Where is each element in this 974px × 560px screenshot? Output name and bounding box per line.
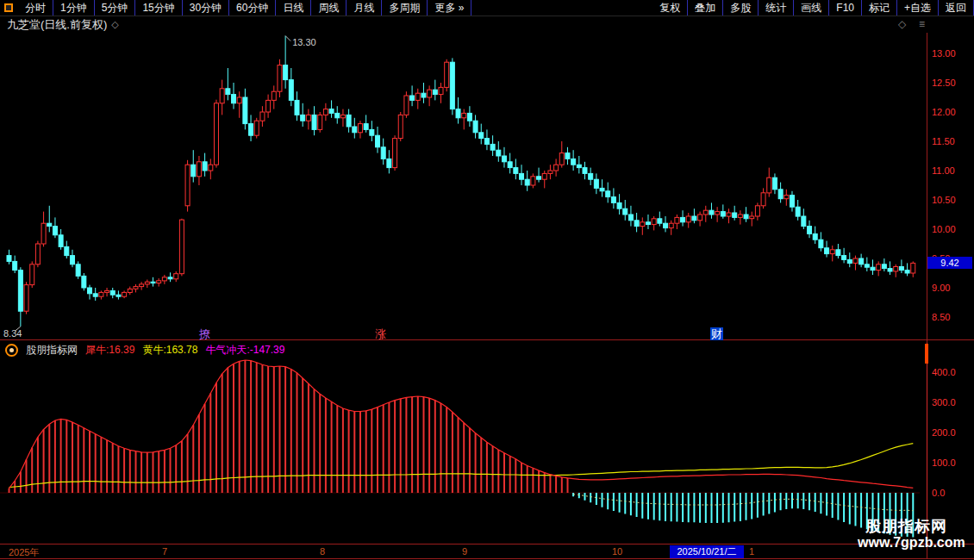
- menu-left-group: 分时1分钟5分钟15分钟30分钟60分钟日线周线月线多周期更多 »: [0, 0, 471, 16]
- menu-right-item-4[interactable]: 画线: [794, 0, 829, 16]
- indicator-header: 股朋指标网 犀牛:16.39黄牛:163.78牛气冲天:-147.39: [5, 344, 284, 357]
- watermark-url: www.7gpzb.com: [858, 535, 965, 551]
- menu-left-item-3[interactable]: 15分钟: [135, 0, 182, 16]
- date-month-label-2: 9: [462, 546, 467, 557]
- date-after-label: 1: [749, 546, 754, 557]
- menu-right-item-3[interactable]: 统计: [759, 0, 794, 16]
- menu-right-item-7[interactable]: +自选: [897, 0, 939, 16]
- indicator-axis-label: 400.0: [932, 367, 956, 377]
- menu-right-item-0[interactable]: 复权: [652, 0, 688, 16]
- menu-right-item-2[interactable]: 多股: [723, 0, 759, 16]
- overlay-tag-1: 涨: [374, 327, 387, 340]
- menu-left-item-2[interactable]: 5分钟: [95, 0, 136, 16]
- menu-left-item-6[interactable]: 日线: [276, 0, 311, 16]
- menu-left-item-4[interactable]: 30分钟: [183, 0, 229, 16]
- indicator-chart[interactable]: [0, 343, 927, 543]
- menu-right-item-6[interactable]: 标记: [862, 0, 897, 16]
- menu-left-item-9[interactable]: 多周期: [382, 0, 428, 16]
- menu-right-group: 复权叠加多股统计画线F10标记+自选返回: [652, 0, 974, 16]
- price-axis-label: 10.50: [932, 195, 956, 205]
- page-title: 九芝堂(日线.前复权): [7, 16, 107, 33]
- app-window: 分时1分钟5分钟15分钟30分钟60分钟日线周线月线多周期更多 » 复权叠加多股…: [0, 0, 974, 560]
- indicator-axis-label: 300.0: [932, 397, 956, 408]
- selected-date-box: 2025/10/21/二: [670, 545, 744, 558]
- chevron-down-icon[interactable]: ◇: [111, 16, 118, 33]
- chart-title-row: 九芝堂(日线.前复权) ◇: [7, 16, 119, 33]
- date-month-label-1: 8: [320, 546, 325, 557]
- price-axis-label: 11.00: [932, 165, 955, 176]
- price-axis-label: 8.50: [932, 312, 950, 322]
- date-month-label-3: 10: [612, 546, 622, 557]
- gupeng-logo-icon: [5, 344, 18, 357]
- svg-text:8.34: 8.34: [3, 328, 22, 338]
- scrollbar-thumb[interactable]: [925, 344, 928, 364]
- panel-divider: [0, 339, 974, 340]
- price-axis-label: 9.00: [932, 283, 950, 293]
- indicator-axis-label: 0.0: [932, 488, 945, 498]
- price-axis-label: 12.00: [932, 107, 956, 117]
- menu-left-item-1[interactable]: 1分钟: [53, 0, 95, 16]
- date-month-label-0: 7: [162, 546, 167, 557]
- menu-left-item-8[interactable]: 月线: [347, 0, 382, 16]
- watermark-brand: 股朋指标网: [865, 516, 947, 537]
- indicator-value-1: 黄牛:163.78: [142, 343, 197, 358]
- menu-left-item-0[interactable]: 分时: [18, 0, 53, 16]
- indicator-axis-line: [927, 343, 927, 544]
- date-axis-top-line: [0, 544, 974, 544]
- menu-left-item-5[interactable]: 60分钟: [229, 0, 276, 16]
- indicator-axis-label: 200.0: [932, 427, 956, 438]
- main-chart[interactable]: 13.308.34: [0, 33, 927, 338]
- overlay-tag-2: 财: [710, 327, 723, 340]
- menu-right-item-8[interactable]: 返回: [939, 0, 974, 16]
- svg-text:13.30: 13.30: [292, 37, 316, 47]
- bottom-border-line: [0, 558, 974, 559]
- diamond-icon[interactable]: ◇: [898, 18, 906, 30]
- indicator-axis-label: 100.0: [932, 457, 956, 468]
- menu-right-item-5[interactable]: F10: [829, 0, 862, 16]
- price-axis-label: 11.50: [932, 136, 955, 146]
- menu-left-item-10[interactable]: 更多 »: [428, 0, 471, 16]
- indicator-value-0: 犀牛:16.39: [85, 343, 134, 358]
- overlay-tag-0: 撩: [198, 327, 211, 340]
- menu-left-item-7[interactable]: 周线: [311, 0, 347, 16]
- list-icon[interactable]: ≡: [919, 18, 925, 30]
- indicator-source-label: 股朋指标网: [26, 343, 78, 358]
- date-year-label: 2025年: [9, 546, 39, 559]
- current-price-tag: 9.42: [927, 257, 972, 269]
- price-axis-label: 10.00: [932, 224, 956, 234]
- app-icon[interactable]: [4, 3, 13, 12]
- price-axis-label: 12.50: [932, 78, 956, 88]
- menu-right-item-1[interactable]: 叠加: [688, 0, 723, 16]
- price-axis-label: 13.00: [932, 48, 956, 59]
- indicator-value-2: 牛气冲天:-147.39: [205, 343, 284, 358]
- menubar: 分时1分钟5分钟15分钟30分钟60分钟日线周线月线多周期更多 » 复权叠加多股…: [0, 0, 974, 16]
